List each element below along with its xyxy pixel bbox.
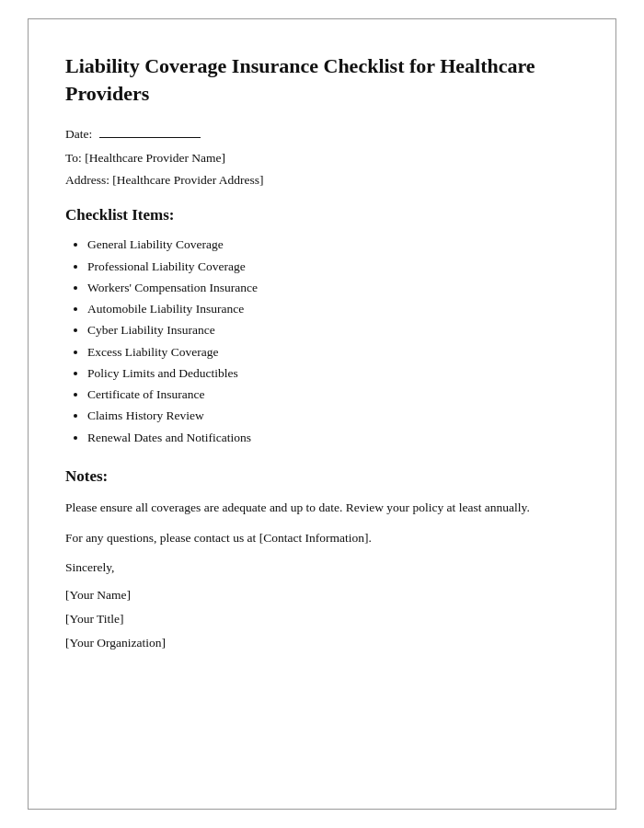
list-item: Automobile Liability Insurance bbox=[87, 300, 579, 318]
address-line: Address: [Healthcare Provider Address] bbox=[65, 173, 579, 188]
contact-line: For any questions, please contact us at … bbox=[65, 531, 579, 546]
your-title: [Your Title] bbox=[65, 612, 579, 627]
checklist-heading: Checklist Items: bbox=[65, 206, 579, 224]
list-item: Policy Limits and Deductibles bbox=[87, 364, 579, 383]
sincerely: Sincerely, bbox=[65, 560, 579, 575]
your-org: [Your Organization] bbox=[65, 636, 579, 650]
list-item: Professional Liability Coverage bbox=[87, 258, 579, 276]
list-item: Renewal Dates and Notifications bbox=[87, 429, 579, 447]
checklist-list: General Liability CoverageProfessional L… bbox=[87, 236, 579, 447]
date-line: Date: bbox=[65, 127, 579, 142]
your-name: [Your Name] bbox=[65, 588, 579, 603]
list-item: Excess Liability Coverage bbox=[87, 343, 579, 362]
date-label: Date: bbox=[65, 127, 92, 141]
list-item: General Liability Coverage bbox=[87, 236, 579, 254]
date-underline bbox=[99, 137, 201, 138]
page-container: Liability Coverage Insurance Checklist f… bbox=[0, 0, 644, 828]
document: Liability Coverage Insurance Checklist f… bbox=[28, 18, 616, 810]
to-line: To: [Healthcare Provider Name] bbox=[65, 151, 579, 166]
document-title: Liability Coverage Insurance Checklist f… bbox=[65, 52, 579, 107]
notes-heading: Notes: bbox=[65, 467, 579, 486]
list-item: Cyber Liability Insurance bbox=[87, 321, 579, 339]
notes-para-1: Please ensure all coverages are adequate… bbox=[65, 499, 579, 518]
list-item: Certificate of Insurance bbox=[87, 385, 579, 404]
list-item: Workers' Compensation Insurance bbox=[87, 279, 579, 297]
list-item: Claims History Review bbox=[87, 407, 579, 425]
